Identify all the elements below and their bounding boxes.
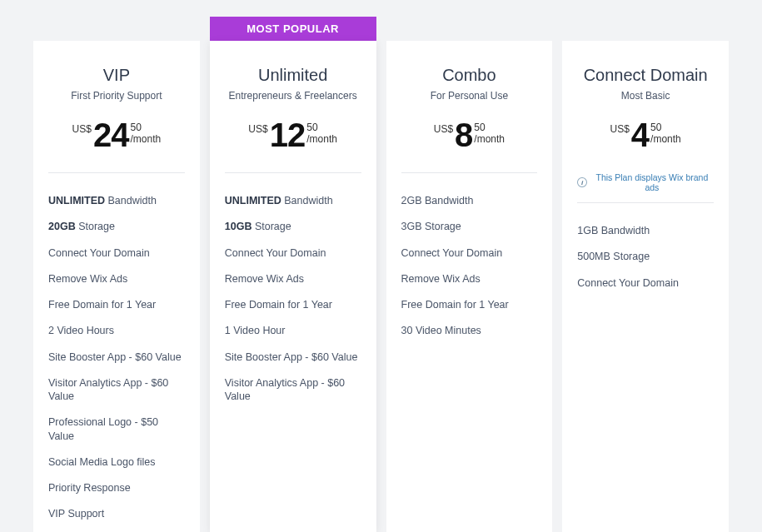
price-right: 50 /month	[306, 122, 337, 146]
price-row: US$ 8 50 /month	[401, 118, 538, 152]
feature-item: Visitor Analytics App - $60 Value	[48, 376, 185, 404]
feature-item: Remove Wix Ads	[48, 272, 185, 286]
plan-title: Unlimited	[225, 66, 361, 85]
plan-unlimited: MOST POPULAR Unlimited Entrepreneurs & F…	[210, 17, 376, 532]
price-currency: US$	[72, 123, 92, 135]
feature-item: Professional Logo - $50 Value	[48, 415, 185, 443]
feature-item: Remove Wix Ads	[401, 272, 538, 286]
feature-item: 30 Video Minutes	[401, 324, 538, 337]
feature-text: Connect Your Domain	[225, 247, 326, 259]
feature-text: 2 Video Hours	[48, 325, 114, 336]
most-popular-badge: MOST POPULAR	[210, 17, 376, 41]
feature-text: Bandwidth	[281, 195, 333, 206]
feature-item: Site Booster App - $60 Value	[48, 351, 185, 364]
feature-list: UNLIMITED Bandwidth 10GB Storage Connect…	[225, 194, 361, 403]
feature-item: Free Domain for 1 Year	[48, 298, 185, 311]
feature-item: 1 Video Hour	[225, 324, 361, 337]
feature-list: UNLIMITED Bandwidth 20GB Storage Connect…	[48, 194, 185, 521]
feature-item: Connect Your Domain	[225, 246, 361, 260]
feature-item: Connect Your Domain	[401, 246, 538, 260]
badge-spacer	[33, 17, 200, 41]
feature-text: Storage	[76, 221, 115, 232]
feature-text: 30 Video Minutes	[401, 325, 481, 336]
feature-item: Remove Wix Ads	[225, 272, 361, 286]
feature-list: 2GB Bandwidth 3GB Storage Connect Your D…	[401, 194, 538, 338]
feature-item: 1GB Bandwidth	[577, 224, 714, 237]
feature-text: 1GB Bandwidth	[577, 225, 650, 236]
feature-text: Free Domain for 1 Year	[225, 299, 332, 311]
feature-text: Site Booster App - $60 Value	[225, 351, 358, 363]
plan-card: Connect Domain Most Basic US$ 4 50 /mont…	[562, 41, 729, 532]
price-row: US$ 12 50 /month	[225, 118, 361, 152]
feature-text: 500MB Storage	[577, 251, 650, 262]
price-cents: 50	[130, 122, 161, 133]
price-currency: US$	[610, 123, 629, 135]
feature-item: UNLIMITED Bandwidth	[225, 194, 361, 207]
price-currency: US$	[434, 123, 453, 135]
feature-text: Remove Wix Ads	[225, 273, 304, 285]
price-period: /month	[130, 133, 161, 145]
price-row: US$ 4 50 /month	[577, 118, 714, 152]
feature-text: Social Media Logo files	[48, 456, 156, 468]
plan-subtitle: Entrepreneurs & Freelancers	[225, 90, 361, 102]
plan-note-text: This Plan displays Wix brand ads	[590, 172, 714, 192]
feature-item: Free Domain for 1 Year	[225, 298, 361, 311]
feature-item: Site Booster App - $60 Value	[225, 351, 361, 364]
feature-text: 2GB Bandwidth	[401, 195, 474, 206]
price-whole: 4	[631, 118, 649, 152]
feature-item: UNLIMITED Bandwidth	[48, 194, 185, 207]
plan-note: i This Plan displays Wix brand ads	[577, 172, 714, 192]
price-right: 50 /month	[130, 122, 161, 146]
badge-spacer	[386, 17, 553, 41]
price-cents: 50	[650, 122, 681, 133]
feature-item: 2 Video Hours	[48, 324, 185, 337]
plan-card: VIP First Priority Support US$ 24 50 /mo…	[33, 41, 200, 532]
divider	[577, 202, 714, 203]
price-whole: 12	[270, 118, 306, 152]
plan-combo: Combo For Personal Use US$ 8 50 /month 2…	[386, 17, 553, 532]
pricing-grid: VIP First Priority Support US$ 24 50 /mo…	[33, 17, 729, 532]
feature-text: Connect Your Domain	[48, 247, 150, 259]
price-period: /month	[306, 133, 337, 145]
feature-text: Free Domain for 1 Year	[48, 299, 156, 311]
feature-text: Professional Logo - $50 Value	[48, 416, 158, 441]
price-cents: 50	[474, 122, 505, 133]
info-icon: i	[577, 177, 587, 187]
feature-text: 3GB Storage	[401, 221, 461, 232]
feature-text: Bandwidth	[105, 195, 157, 206]
feature-item: VIP Support	[48, 507, 185, 520]
price-period: /month	[650, 133, 681, 145]
price-whole: 24	[93, 118, 129, 152]
feature-text: Remove Wix Ads	[48, 273, 127, 285]
feature-bold: 10GB	[225, 221, 252, 232]
feature-item: Connect Your Domain	[577, 276, 714, 290]
feature-item: Priority Response	[48, 481, 185, 495]
feature-item: 500MB Storage	[577, 250, 714, 263]
plan-title: VIP	[48, 66, 185, 85]
plan-card: Combo For Personal Use US$ 8 50 /month 2…	[386, 41, 553, 532]
price-right: 50 /month	[650, 122, 681, 146]
feature-bold: UNLIMITED	[48, 195, 105, 206]
price-cents: 50	[306, 122, 337, 133]
plan-connect-domain: Connect Domain Most Basic US$ 4 50 /mont…	[562, 17, 729, 532]
price-row: US$ 24 50 /month	[48, 118, 185, 152]
feature-text: Remove Wix Ads	[401, 273, 481, 285]
feature-item: Visitor Analytics App - $60 Value	[225, 376, 361, 404]
price-right: 50 /month	[474, 122, 505, 146]
feature-bold: 20GB	[48, 221, 76, 232]
price-whole: 8	[455, 118, 472, 152]
feature-item: Free Domain for 1 Year	[401, 298, 538, 311]
plan-card: Unlimited Entrepreneurs & Freelancers US…	[210, 41, 376, 532]
feature-text: Storage	[252, 221, 291, 232]
feature-text: Free Domain for 1 Year	[401, 299, 509, 311]
feature-text: Connect Your Domain	[577, 277, 679, 289]
feature-item: 2GB Bandwidth	[401, 194, 538, 207]
feature-item: Social Media Logo files	[48, 455, 185, 469]
plan-subtitle: First Priority Support	[48, 90, 185, 102]
plan-subtitle: Most Basic	[577, 90, 714, 102]
feature-item: 20GB Storage	[48, 220, 185, 233]
feature-item: Connect Your Domain	[48, 246, 185, 260]
divider	[225, 172, 361, 173]
badge-spacer	[562, 17, 729, 41]
feature-bold: UNLIMITED	[225, 195, 281, 206]
